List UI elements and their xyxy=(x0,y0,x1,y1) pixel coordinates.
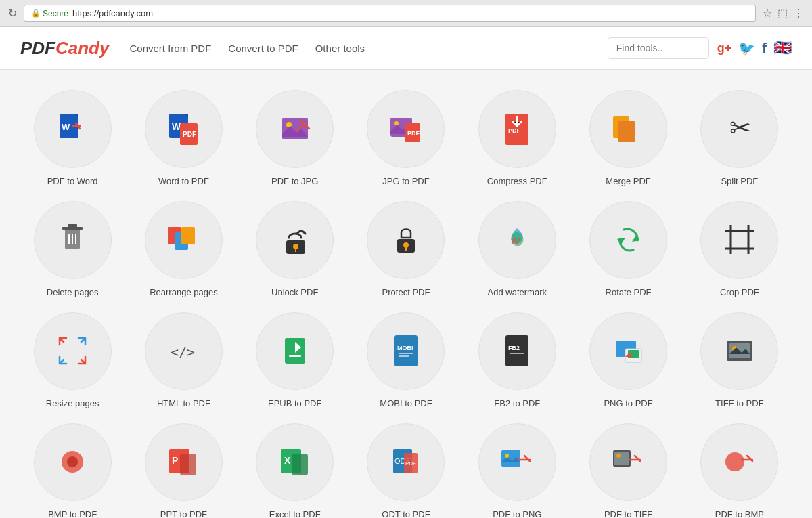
refresh-icon[interactable]: ↻ xyxy=(8,7,17,20)
tool-word-to-pdf[interactable]: WPDFWord to PDF xyxy=(131,90,235,188)
tool-rotate-pdf[interactable]: Rotate PDF xyxy=(576,201,680,299)
svg-text:W: W xyxy=(511,236,520,246)
twitter-icon[interactable]: 🐦 xyxy=(738,40,755,56)
tool-circle-odt-to-pdf: ODTPDF xyxy=(367,423,445,501)
tool-jpg-to-pdf[interactable]: PDFJPG to PDF xyxy=(354,90,458,188)
tool-label-pdf-to-png: PDF to PNG xyxy=(493,509,541,518)
tool-circle-crop-pdf xyxy=(700,201,778,279)
tool-label-odt-to-pdf: ODT to PDF xyxy=(382,509,430,518)
tool-excel-to-pdf[interactable]: XExcel to PDF xyxy=(243,423,347,518)
tool-circle-merge-pdf xyxy=(589,90,667,168)
tool-circle-pdf-to-word: W xyxy=(34,90,112,168)
tool-label-png-to-pdf: PNG to PDF xyxy=(604,398,652,410)
tool-label-ppt-to-pdf: PPT to PDF xyxy=(160,509,207,518)
tool-crop-pdf[interactable]: Crop PDF xyxy=(687,201,792,299)
tool-label-word-to-pdf: Word to PDF xyxy=(158,176,209,188)
tool-pdf-to-bmp[interactable]: PDF to BMP xyxy=(687,423,792,518)
tool-split-pdf[interactable]: ✂Split PDF xyxy=(687,90,792,188)
tool-protect-pdf[interactable]: Protect PDF xyxy=(354,201,458,299)
header-right: g+ 🐦 f 🇬🇧 xyxy=(608,37,792,59)
tools-grid: WPDF to WordWPDFWord to PDFPDF to JPGPDF… xyxy=(20,90,792,518)
tool-resize-pages[interactable]: Resize pages xyxy=(20,312,125,410)
search-input[interactable] xyxy=(608,37,709,59)
tool-label-bmp-to-pdf: BMP to PDF xyxy=(48,509,97,518)
tool-label-unlock-pdf: Unlock PDF xyxy=(271,287,318,299)
tool-label-pdf-to-bmp: PDF to BMP xyxy=(715,509,764,518)
svg-rect-73 xyxy=(292,454,308,475)
tool-epub-to-pdf[interactable]: EPUB to PDF xyxy=(243,312,347,410)
svg-text:PDF: PDF xyxy=(508,127,521,134)
site-logo[interactable]: PDFCandy xyxy=(20,38,109,59)
svg-point-79 xyxy=(505,454,509,458)
nav-convert-to[interactable]: Convert to PDF xyxy=(228,43,298,54)
nav-convert-from[interactable]: Convert from PDF xyxy=(129,43,211,54)
tool-pdf-to-png[interactable]: PDF to PNG xyxy=(465,423,569,518)
tool-label-add-watermark: Add watermark xyxy=(488,287,547,299)
svg-marker-38 xyxy=(632,235,640,242)
tool-tiff-to-pdf[interactable]: TIFF to PDF xyxy=(687,312,792,410)
tool-pdf-to-tiff[interactable]: PDF to TIFF xyxy=(576,423,680,518)
facebook-icon[interactable]: f xyxy=(762,41,767,56)
svg-text:P: P xyxy=(172,455,178,466)
browser-bar: ↻ Secure https://pdfcandy.com ☆ ⬚ ⋮ xyxy=(0,0,812,27)
tool-rearrange-pages[interactable]: Rearrange pages xyxy=(131,201,235,299)
tool-delete-pages[interactable]: Delete pages xyxy=(20,201,125,299)
svg-rect-30 xyxy=(181,227,195,244)
svg-point-83 xyxy=(725,452,744,471)
tool-label-jpg-to-pdf: JPG to PDF xyxy=(382,176,429,188)
language-flag-icon[interactable]: 🇬🇧 xyxy=(773,39,792,57)
tool-label-rotate-pdf: Rotate PDF xyxy=(606,287,652,299)
svg-rect-78 xyxy=(501,450,520,467)
svg-rect-81 xyxy=(614,452,629,465)
main-nav: Convert from PDF Convert to PDF Other to… xyxy=(129,43,587,54)
tool-html-to-pdf[interactable]: </>HTML to PDF xyxy=(131,312,235,410)
tool-label-crop-pdf: Crop PDF xyxy=(720,287,759,299)
tool-circle-word-to-pdf: WPDF xyxy=(145,90,223,168)
tool-label-split-pdf: Split PDF xyxy=(721,176,758,188)
tool-circle-delete-pages xyxy=(34,201,112,279)
tool-pdf-to-jpg[interactable]: PDF to JPG xyxy=(243,90,347,188)
tool-label-protect-pdf: Protect PDF xyxy=(382,287,430,299)
tool-circle-rotate-pdf xyxy=(589,201,667,279)
google-plus-icon[interactable]: g+ xyxy=(717,41,732,56)
tool-png-to-pdf[interactable]: PNG to PDF xyxy=(576,312,680,410)
svg-text:PDF: PDF xyxy=(405,460,416,467)
tool-label-tiff-to-pdf: TIFF to PDF xyxy=(715,398,764,410)
svg-marker-39 xyxy=(617,238,625,244)
svg-text:MOBI: MOBI xyxy=(397,345,413,351)
tool-add-watermark[interactable]: WAdd watermark xyxy=(465,201,569,299)
tool-label-compress-pdf: Compress PDF xyxy=(487,176,547,188)
tool-circle-html-to-pdf: </> xyxy=(145,312,223,390)
tool-label-rearrange-pages: Rearrange pages xyxy=(150,287,217,299)
tool-circle-rearrange-pages xyxy=(145,201,223,279)
tool-mobi-to-pdf[interactable]: MOBIMOBI to PDF xyxy=(354,312,458,410)
tool-circle-pdf-to-jpg xyxy=(256,90,334,168)
site-header: PDFCandy Convert from PDF Convert to PDF… xyxy=(0,27,812,70)
tool-fb2-to-pdf[interactable]: FB2FB2 to PDF xyxy=(465,312,569,410)
tool-circle-mobi-to-pdf: MOBI xyxy=(367,312,445,390)
tool-ppt-to-pdf[interactable]: PPPT to PDF xyxy=(131,423,235,518)
tool-circle-tiff-to-pdf xyxy=(700,312,778,390)
tool-odt-to-pdf[interactable]: ODTPDFODT to PDF xyxy=(354,423,458,518)
svg-text:</>: </> xyxy=(171,344,195,360)
tool-unlock-pdf[interactable]: Unlock PDF xyxy=(243,201,347,299)
menu-icon[interactable]: ⋮ xyxy=(793,7,804,20)
svg-text:FB2: FB2 xyxy=(508,345,520,351)
svg-rect-24 xyxy=(68,224,77,228)
star-icon[interactable]: ☆ xyxy=(763,7,772,20)
url-bar[interactable]: Secure https://pdfcandy.com xyxy=(24,5,756,22)
tool-compress-pdf[interactable]: PDFCompress PDF xyxy=(465,90,569,188)
tool-label-resize-pages: Resize pages xyxy=(46,398,99,410)
tool-circle-compress-pdf: PDF xyxy=(478,90,556,168)
svg-point-82 xyxy=(616,454,621,458)
logo-candy: Candy xyxy=(55,38,109,58)
svg-rect-18 xyxy=(618,121,635,142)
nav-other-tools[interactable]: Other tools xyxy=(315,43,365,54)
extension-icon[interactable]: ⬚ xyxy=(777,7,788,20)
svg-point-12 xyxy=(394,121,399,125)
tool-bmp-to-pdf[interactable]: BMP to PDF xyxy=(20,423,125,518)
social-icons: g+ 🐦 f 🇬🇧 xyxy=(717,39,792,57)
tool-pdf-to-word[interactable]: WPDF to Word xyxy=(20,90,125,188)
tool-circle-png-to-pdf xyxy=(589,312,667,390)
tool-merge-pdf[interactable]: Merge PDF xyxy=(576,90,680,188)
